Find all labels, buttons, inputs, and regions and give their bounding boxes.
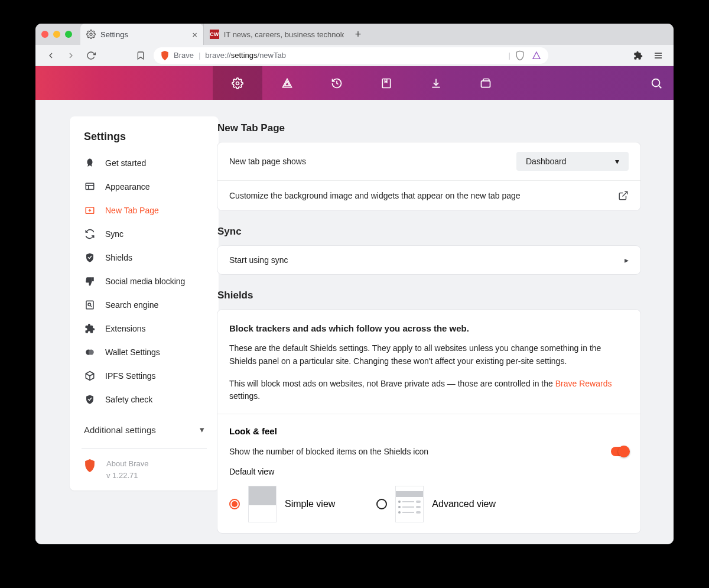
appbar-history-icon[interactable] xyxy=(312,66,362,100)
appbar-bookmarks-icon[interactable] xyxy=(362,66,411,100)
address-brand: Brave xyxy=(174,51,194,60)
shields-body2: This will block most ads on websites, no… xyxy=(229,378,629,403)
svg-line-21 xyxy=(91,306,92,307)
sidebar-divider xyxy=(82,448,207,449)
show-blocked-count-toggle[interactable] xyxy=(611,447,629,456)
sidebar-item-label: Search engine xyxy=(105,300,158,310)
default-view-label: Default view xyxy=(217,467,640,482)
back-button[interactable] xyxy=(44,48,58,63)
shields-description: Block trackers and ads which follow you … xyxy=(217,310,640,414)
forward-button[interactable] xyxy=(64,48,78,63)
sidebar-item-sync[interactable]: Sync xyxy=(82,222,207,246)
select-value: Dashboard xyxy=(526,157,567,166)
sidebar-item-wallet[interactable]: Wallet Settings xyxy=(82,340,207,364)
window-zoom[interactable] xyxy=(65,31,72,38)
thumbs-down-icon xyxy=(84,275,96,287)
chevron-right-icon: ▸ xyxy=(625,255,629,265)
sidebar-item-extensions[interactable]: Extensions xyxy=(82,317,207,340)
new-tab-button[interactable]: + xyxy=(350,26,366,43)
sidebar-item-label: Appearance xyxy=(105,182,150,191)
chevron-down-icon: ▾ xyxy=(615,157,619,166)
tab-label: IT news, careers, business technolo xyxy=(224,30,344,39)
cube-icon xyxy=(84,370,96,382)
svg-point-20 xyxy=(88,303,91,306)
tab-itnews[interactable]: CW IT news, careers, business technolo xyxy=(203,24,350,45)
row-start-sync[interactable]: Start using sync ▸ xyxy=(217,246,640,274)
window-close[interactable] xyxy=(41,31,48,38)
brave-rewards-link[interactable]: Brave Rewards xyxy=(555,379,612,388)
about-brave[interactable]: About Brave v 1.22.71 xyxy=(82,458,207,481)
sidebar-item-get-started[interactable]: Get started xyxy=(82,151,207,175)
rewards-icon[interactable] xyxy=(532,51,541,60)
row-label: New tab page shows xyxy=(229,157,306,166)
view-option-simple[interactable]: Simple view xyxy=(229,486,335,522)
sidebar-item-search-engine[interactable]: Search engine xyxy=(82,293,207,317)
svg-point-23 xyxy=(89,350,94,355)
gear-icon xyxy=(86,30,96,39)
sidebar-item-ipfs[interactable]: IPFS Settings xyxy=(82,364,207,388)
sync-icon xyxy=(84,228,96,240)
app-menu-button[interactable] xyxy=(651,48,665,63)
appbar-search-icon[interactable] xyxy=(650,66,663,100)
about-version: v 1.22.71 xyxy=(106,470,149,482)
tab-settings[interactable]: Settings × xyxy=(80,24,203,45)
address-bar[interactable]: Brave | brave://settings/newTab | xyxy=(154,47,548,64)
nav-toolbar: Brave | brave://settings/newTab | xyxy=(35,45,674,66)
section-title-sync: Sync xyxy=(217,226,640,238)
svg-point-10 xyxy=(652,79,660,86)
row-label: Start using sync xyxy=(229,255,288,265)
window-minimize[interactable] xyxy=(53,31,60,38)
extensions-button[interactable] xyxy=(631,48,645,63)
settings-main: New Tab Page New tab page shows Dashboar… xyxy=(201,100,674,544)
sidebar-item-social-blocking[interactable]: Social media blocking xyxy=(82,269,207,293)
row-customize-newtab[interactable]: Customize the background image and widge… xyxy=(217,181,640,210)
layout-icon xyxy=(84,181,96,193)
appbar-settings-icon[interactable] xyxy=(213,66,262,100)
puzzle-icon xyxy=(84,323,96,334)
shields-heading: Block trackers and ads which follow you … xyxy=(229,321,629,335)
bookmark-button[interactable] xyxy=(134,48,148,63)
cw-favicon-icon: CW xyxy=(210,30,219,39)
toggle-label: Show the number of blocked items on the … xyxy=(229,447,428,456)
newtab-shows-select[interactable]: Dashboard ▾ xyxy=(516,152,629,171)
sidebar-item-label: Safety check xyxy=(105,395,152,404)
view-label-simple: Simple view xyxy=(285,499,335,509)
section-title-newtab: New Tab Page xyxy=(217,122,640,134)
svg-line-11 xyxy=(659,86,661,88)
sidebar-item-shields[interactable]: Shields xyxy=(82,246,207,269)
brave-logo-icon xyxy=(84,459,96,471)
settings-app-bar xyxy=(35,66,674,100)
close-icon[interactable]: × xyxy=(192,30,197,40)
shields-body1: These are the default Shields settings. … xyxy=(229,342,629,368)
wallet-icon xyxy=(84,346,96,358)
sidebar-item-label: New Tab Page xyxy=(105,206,159,215)
appbar-rewards-icon[interactable] xyxy=(262,66,312,100)
search-page-icon xyxy=(84,299,96,311)
sidebar-item-label: Extensions xyxy=(105,324,145,333)
sidebar-item-appearance[interactable]: Appearance xyxy=(82,175,207,199)
shield-icon xyxy=(84,252,96,264)
sidebar-item-label: IPFS Settings xyxy=(105,371,156,381)
svg-line-24 xyxy=(623,191,627,196)
svg-rect-9 xyxy=(482,80,490,87)
radio-simple[interactable] xyxy=(229,499,240,509)
sidebar-title: Settings xyxy=(82,131,207,143)
sidebar-item-safety-check[interactable]: Safety check xyxy=(82,388,207,411)
svg-rect-19 xyxy=(86,301,93,309)
sidebar-item-label: Sync xyxy=(105,229,123,239)
additional-settings-toggle[interactable]: Additional settings ▾ xyxy=(82,424,207,435)
radio-advanced[interactable] xyxy=(376,499,387,509)
open-external-icon xyxy=(618,190,629,201)
sidebar-item-label: Social media blocking xyxy=(105,277,185,286)
view-option-advanced[interactable]: Advanced view xyxy=(376,486,496,522)
appbar-downloads-icon[interactable] xyxy=(411,66,461,100)
additional-settings-label: Additional settings xyxy=(84,425,156,435)
shields-status-icon[interactable] xyxy=(515,50,525,61)
appbar-wallet-icon[interactable] xyxy=(461,66,510,100)
thumb-advanced-icon xyxy=(395,486,424,522)
row-newtab-shows: New tab page shows Dashboard ▾ xyxy=(217,142,640,181)
reload-button[interactable] xyxy=(84,48,98,63)
sidebar-item-new-tab-page[interactable]: New Tab Page xyxy=(82,199,207,222)
panel-sync: Start using sync ▸ xyxy=(217,246,640,274)
window-controls xyxy=(41,31,72,38)
